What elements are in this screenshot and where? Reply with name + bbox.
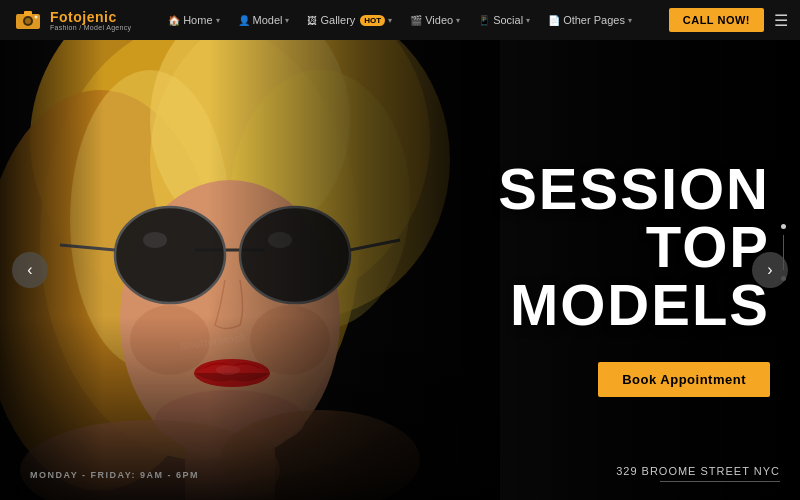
book-appointment-button[interactable]: Book Appointment	[598, 362, 770, 397]
nav-item-model[interactable]: 👤 Model ▾	[230, 10, 298, 30]
hero-title-line1: SESSION	[430, 160, 770, 218]
chevron-other: ▾	[628, 16, 632, 25]
navbar-left: Fotojenic Fashion / Model Agency	[12, 8, 131, 32]
navbar-right: CALL NOW! ☰	[669, 8, 788, 32]
home-icon: 🏠	[168, 15, 180, 26]
pages-icon: 📄	[548, 15, 560, 26]
gallery-badge: HOT	[360, 15, 385, 26]
svg-rect-3	[24, 11, 32, 16]
dot-1	[781, 224, 786, 229]
hours-text: MONDAY - FRIDAY: 9AM - 6PM	[30, 470, 199, 480]
chevron-model: ▾	[285, 16, 289, 25]
nav-item-video[interactable]: 🎬 Video ▾	[402, 10, 468, 30]
chevron-gallery: ▾	[388, 16, 392, 25]
nav-label-other: Other Pages	[563, 14, 625, 26]
nav-label-video: Video	[425, 14, 453, 26]
address-divider	[660, 481, 780, 482]
hero-bottom-bar: MONDAY - FRIDAY: 9AM - 6PM 329 BROOME ST…	[0, 464, 800, 482]
logo-tagline: Fashion / Model Agency	[50, 24, 131, 31]
address-text: 329 BROOME STREET NYC	[616, 465, 780, 477]
hero-content: SESSION TOP MODELS Book Appointment	[430, 160, 770, 397]
gallery-icon: 🖼	[307, 15, 317, 26]
nav-item-home[interactable]: 🏠 Home ▾	[160, 10, 227, 30]
address-area: 329 BROOME STREET NYC	[616, 465, 780, 482]
hero-section: Shutterstock	[0, 40, 800, 500]
video-icon: 🎬	[410, 15, 422, 26]
hero-title-line3: MODELS	[430, 276, 770, 334]
model-icon: 👤	[238, 15, 250, 26]
nav-item-other[interactable]: 📄 Other Pages ▾	[540, 10, 640, 30]
arrow-left-icon: ‹	[27, 261, 32, 279]
hamburger-icon[interactable]: ☰	[774, 11, 788, 30]
hours-info: MONDAY - FRIDAY: 9AM - 6PM	[30, 464, 199, 482]
logo-icon	[12, 8, 44, 32]
logo-brand: Fotojenic	[50, 10, 131, 24]
chevron-home: ▾	[216, 16, 220, 25]
hero-title: SESSION TOP MODELS	[430, 160, 770, 334]
svg-point-4	[35, 16, 38, 19]
nav-menu: 🏠 Home ▾ 👤 Model ▾ 🖼 Gallery HOT ▾ 🎬 Vid…	[160, 10, 640, 30]
nav-label-social: Social	[493, 14, 523, 26]
nav-item-social[interactable]: 📱 Social ▾	[470, 10, 538, 30]
chevron-social: ▾	[526, 16, 530, 25]
arrow-right-icon: ›	[767, 261, 772, 279]
svg-point-2	[25, 18, 31, 24]
social-icon: 📱	[478, 15, 490, 26]
slide-prev-button[interactable]: ‹	[12, 252, 48, 288]
navbar: Fotojenic Fashion / Model Agency 🏠 Home …	[0, 0, 800, 40]
logo-text: Fotojenic Fashion / Model Agency	[50, 10, 131, 31]
nav-item-gallery[interactable]: 🖼 Gallery HOT ▾	[299, 10, 400, 30]
nav-label-model: Model	[253, 14, 283, 26]
slide-next-button[interactable]: ›	[752, 252, 788, 288]
nav-label-gallery: Gallery	[320, 14, 355, 26]
call-now-button[interactable]: CALL NOW!	[669, 8, 764, 32]
hero-title-line2: TOP	[430, 218, 770, 276]
nav-label-home: Home	[183, 14, 212, 26]
chevron-video: ▾	[456, 16, 460, 25]
